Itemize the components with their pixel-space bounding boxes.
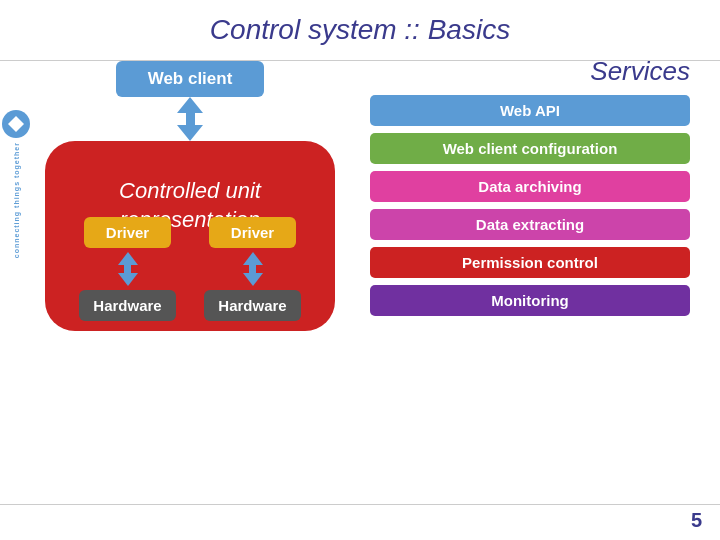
service-item-4: Permission control (370, 247, 690, 278)
small-arrow-down-icon (118, 273, 138, 286)
driver-box-1: Driver (84, 217, 171, 248)
small-shaft (124, 265, 131, 273)
driver-hardware-row: Driver Hardware Driver (45, 217, 335, 321)
hardware-box-1: Hardware (79, 290, 175, 321)
web-client-connector-arrow (177, 97, 203, 141)
driver1-arrow (118, 252, 138, 286)
web-client-box: Web client (116, 61, 265, 97)
bottom-divider (0, 504, 720, 505)
services-title: Services (370, 56, 690, 87)
small-arrow-up-icon-2 (243, 252, 263, 265)
driver-box-2: Driver (209, 217, 296, 248)
controlled-unit-box: Controlled unitrepresentation Driver Har… (45, 141, 335, 331)
driver2-arrow (243, 252, 263, 286)
small-shaft-2 (249, 265, 256, 273)
service-item-1: Web client configuration (370, 133, 690, 164)
page-number: 5 (691, 509, 702, 532)
service-item-2: Data archiving (370, 171, 690, 202)
arrow-shaft (186, 113, 195, 125)
left-column: Web client Controlled unitrepresentation… (30, 61, 350, 331)
right-column: Services Web APIWeb client configuration… (350, 61, 690, 323)
arrow-down-icon (177, 125, 203, 141)
driver-col-2: Driver Hardware (204, 217, 300, 321)
small-arrow-down-icon-2 (243, 273, 263, 286)
service-item-5: Monitoring (370, 285, 690, 316)
driver-col-1: Driver Hardware (79, 217, 175, 321)
arrow-up-icon (177, 97, 203, 113)
page-title: Control system :: Basics (0, 0, 720, 56)
services-list: Web APIWeb client configurationData arch… (370, 95, 690, 316)
small-arrow-up-icon (118, 252, 138, 265)
service-item-3: Data extracting (370, 209, 690, 240)
service-item-0: Web API (370, 95, 690, 126)
hardware-box-2: Hardware (204, 290, 300, 321)
